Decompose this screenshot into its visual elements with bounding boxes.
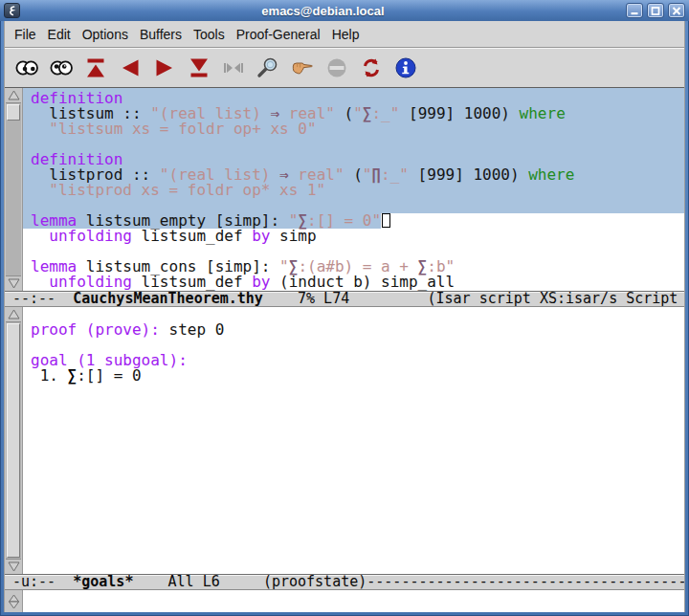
eyes-icon bbox=[15, 56, 38, 79]
gray-bowtie-icon bbox=[222, 56, 245, 79]
restart-button[interactable] bbox=[359, 56, 383, 80]
minibuffer-scrollbar-stub bbox=[5, 590, 23, 612]
magnifier-icon bbox=[256, 56, 279, 79]
modeline-flags: -u:-- bbox=[12, 574, 73, 590]
menu-bar: File Edit Options Buffers Tools Proof-Ge… bbox=[5, 21, 684, 47]
red-restart-icon bbox=[360, 56, 383, 79]
next-step-button[interactable] bbox=[152, 56, 176, 80]
buffer-line: "listsum xs = foldr op+ xs 0" bbox=[23, 121, 684, 137]
buffer-line: proof (prove): step 0 bbox=[23, 322, 684, 338]
script-modeline[interactable]: --:-- CauchysMeanTheorem.thy 7% L74 (Isa… bbox=[5, 291, 684, 307]
script-scrollbar-up-button[interactable] bbox=[5, 88, 22, 102]
goals-buffer-text[interactable]: proof (prove): step 0 goal (1 subgoal): … bbox=[23, 307, 684, 574]
goals-scrollbar[interactable] bbox=[5, 307, 23, 574]
script-scrollbar-down-button[interactable] bbox=[5, 276, 22, 291]
modeline-flags: --:-- bbox=[12, 291, 73, 307]
script-window: definition listsum :: "(real list) ⇒ rea… bbox=[5, 88, 684, 291]
editor-area: definition listsum :: "(real list) ⇒ rea… bbox=[5, 87, 684, 612]
window-title: emacs@debian.local bbox=[24, 4, 622, 18]
menu-edit[interactable]: Edit bbox=[42, 23, 77, 46]
emacs-app-icon[interactable] bbox=[4, 3, 20, 18]
modeline-buffer-name: *goals* bbox=[73, 574, 133, 590]
proof-general-toolbar bbox=[5, 49, 684, 87]
interrupt-button[interactable] bbox=[324, 56, 348, 80]
titlebar[interactable]: emacs@debian.local bbox=[0, 0, 689, 21]
find-theorems-button[interactable] bbox=[256, 56, 279, 80]
issue-command-button[interactable] bbox=[290, 56, 314, 80]
script-scrollbar-trough[interactable] bbox=[6, 102, 21, 276]
process-buffer-button[interactable] bbox=[187, 56, 211, 80]
goals-modeline[interactable]: -u:-- *goals* All L6 (proofstate)-------… bbox=[5, 574, 684, 590]
goals-scrollbar-thumb[interactable] bbox=[7, 323, 20, 558]
script-buffer-text[interactable]: definition listsum :: "(real list) ⇒ rea… bbox=[23, 88, 684, 291]
modeline-position: All L6 bbox=[133, 574, 262, 590]
collapsed-scroll-arrows-icon bbox=[8, 594, 20, 609]
minibuffer-input[interactable] bbox=[23, 590, 684, 612]
modeline-position: 7% L74 bbox=[263, 291, 428, 307]
menu-file[interactable]: File bbox=[9, 23, 42, 46]
minibuffer-row bbox=[5, 590, 684, 612]
gray-stop-icon bbox=[325, 56, 348, 79]
buffer-line: unfolding listsum_def by simp bbox=[23, 229, 684, 244]
buffer-line: 1. ∑:[] = 0 bbox=[23, 368, 684, 384]
script-scrollbar-thumb[interactable] bbox=[7, 104, 20, 121]
scroll-up-icon bbox=[8, 90, 20, 100]
scroll-down-icon bbox=[8, 561, 20, 572]
scroll-up-icon bbox=[8, 309, 20, 319]
maximize-icon bbox=[650, 6, 661, 16]
red-up-triangle-bar-icon bbox=[84, 56, 107, 79]
red-right-triangle-icon bbox=[153, 56, 176, 79]
eyes-glance-icon bbox=[50, 56, 73, 79]
modeline-dashes: ----------------------------------------… bbox=[367, 574, 684, 590]
menu-buffers[interactable]: Buffers bbox=[134, 23, 188, 46]
modeline-modes: (Isar script XS:isar/s Script bbox=[428, 291, 678, 307]
blue-info-icon bbox=[394, 56, 417, 79]
emacs-window: emacs@debian.local File Edit Options Buf… bbox=[0, 0, 689, 616]
goals-scrollbar-down-button[interactable] bbox=[5, 560, 22, 574]
menu-tools[interactable]: Tools bbox=[188, 23, 231, 46]
text-cursor bbox=[382, 213, 390, 228]
modeline-buffer-name: CauchysMeanTheorem.thy bbox=[73, 291, 263, 307]
buffer-line: "listprod xs = foldr op* xs 1" bbox=[23, 183, 684, 198]
minimize-button[interactable] bbox=[626, 3, 643, 18]
maximize-button[interactable] bbox=[647, 3, 664, 18]
show-response-button[interactable] bbox=[49, 56, 73, 80]
menu-options[interactable]: Options bbox=[77, 23, 134, 46]
goals-window: proof (prove): step 0 goal (1 subgoal): … bbox=[5, 307, 684, 574]
goto-point-button[interactable] bbox=[221, 56, 245, 80]
modeline-modes: (proofstate) bbox=[263, 574, 367, 590]
retract-buffer-button[interactable] bbox=[83, 56, 107, 80]
close-button[interactable] bbox=[668, 3, 685, 18]
help-info-button[interactable] bbox=[393, 56, 417, 80]
red-left-triangle-icon bbox=[119, 56, 142, 79]
minimize-icon bbox=[629, 6, 640, 16]
close-icon bbox=[671, 6, 682, 16]
emacs-client-area: File Edit Options Buffers Tools Proof-Ge… bbox=[4, 21, 685, 612]
goals-scrollbar-up-button[interactable] bbox=[5, 307, 22, 321]
menu-help[interactable]: Help bbox=[326, 23, 366, 46]
show-goals-button[interactable] bbox=[14, 56, 38, 80]
script-scrollbar[interactable] bbox=[5, 88, 23, 291]
scroll-down-icon bbox=[8, 278, 20, 289]
goals-scrollbar-trough[interactable] bbox=[6, 321, 21, 560]
pointing-hand-icon bbox=[290, 56, 314, 79]
undo-step-button[interactable] bbox=[118, 56, 142, 80]
buffer-line: unfolding listsum_def by (induct b) simp… bbox=[23, 275, 684, 290]
menu-proof-general[interactable]: Proof-General bbox=[231, 23, 326, 46]
red-down-triangle-bar-icon bbox=[188, 56, 211, 79]
